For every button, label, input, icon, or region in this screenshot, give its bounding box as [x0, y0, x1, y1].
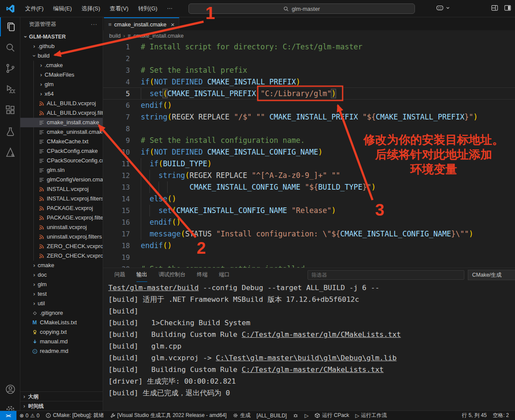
output-channel-dropdown[interactable]: CMake/生成: [468, 270, 515, 280]
cmake-status[interactable]: CMake: [Debug]: 就绪: [42, 411, 107, 420]
tree-item[interactable]: CMakeCache.txt: [20, 137, 103, 146]
testing-icon[interactable]: [0, 123, 20, 142]
close-icon[interactable]: ×: [171, 21, 175, 28]
tree-item[interactable]: INSTALL.vcxproj: [20, 184, 103, 194]
tree-item[interactable]: INSTALL.vcxproj.filters: [20, 194, 103, 204]
panel-tab[interactable]: 端口: [219, 268, 230, 282]
tree-item[interactable]: MCMakeLists.txt: [20, 318, 103, 327]
panel-tab[interactable]: 输出: [136, 268, 147, 282]
tree-item[interactable]: ›doc: [20, 270, 103, 280]
cmake-icon[interactable]: [0, 143, 20, 162]
timeline-section[interactable]: ›时间线: [20, 401, 103, 410]
code-line[interactable]: 7string(REGEX REPLACE "/$" "" CMAKE_INST…: [103, 111, 515, 123]
build-button[interactable]: 生成: [230, 411, 253, 420]
search-input[interactable]: glm-master: [188, 3, 415, 14]
tree-item[interactable]: ALL_BUILD.vcxproj.filters: [20, 108, 103, 118]
tree-item[interactable]: ›.github: [20, 42, 103, 51]
menu-item[interactable]: 文件(F): [21, 3, 48, 14]
account-icon[interactable]: [0, 380, 20, 399]
menu-item[interactable]: 查看(V): [106, 3, 132, 14]
panel-tab[interactable]: 问题: [114, 268, 125, 282]
code-line[interactable]: 14else(): [103, 193, 515, 205]
code-line[interactable]: 18endif(): [103, 240, 515, 252]
tree-item[interactable]: ›CMakeFiles: [20, 70, 103, 80]
code-line[interactable]: 10if(NOT DEFINED CMAKE_INSTALL_CONFIG_NA…: [103, 146, 515, 158]
tree-item[interactable]: copying.txt: [20, 327, 103, 337]
code-line[interactable]: 2: [103, 53, 515, 65]
code-line[interactable]: 19: [103, 252, 515, 263]
run-workflow-button[interactable]: ▷ 运行工作流: [352, 411, 390, 420]
explorer-icon[interactable]: [0, 17, 20, 36]
copilot-button[interactable]: [435, 3, 450, 12]
code-line[interactable]: 5set(CMAKE_INSTALL_PREFIX "C:/Library/gl…: [103, 88, 515, 100]
remote-indicator[interactable]: ><: [0, 411, 16, 420]
tree-item[interactable]: ZERO_CHECK.vcxproj: [20, 242, 103, 251]
problems-status[interactable]: ⊗0 ⚠0: [16, 411, 42, 420]
more-actions-icon[interactable]: ···: [91, 21, 98, 27]
tab-cmake-install[interactable]: ≡ cmake_install.cmake ×: [104, 17, 179, 30]
cursor-position[interactable]: 行 5, 列 45: [462, 412, 486, 419]
search-view-icon[interactable]: [0, 38, 20, 57]
launch-icon[interactable]: ▷: [301, 411, 311, 420]
output-link[interactable]: C:/Test/glm-master/glm/CMakeLists.txt: [242, 330, 401, 339]
tree-item[interactable]: ›.cmake: [20, 61, 103, 70]
output-link[interactable]: Test/glm-master/build: [108, 284, 199, 292]
code-line[interactable]: 8: [103, 123, 515, 135]
tree-item[interactable]: glmConfigVersion.cmake: [20, 175, 103, 184]
tree-item[interactable]: ›glm: [20, 280, 103, 289]
tree-item[interactable]: PACKAGE.vcxproj: [20, 204, 103, 213]
panel-tab[interactable]: 调试控制台: [159, 268, 186, 282]
tree-item[interactable]: glm.sln: [20, 165, 103, 175]
run-cpack-button[interactable]: 运行 CPack: [311, 411, 352, 420]
code-line[interactable]: 16endif(): [103, 216, 515, 228]
code-line[interactable]: 11if(BUILD_TYPE): [103, 158, 515, 170]
code-line[interactable]: 4if(NOT DEFINED CMAKE_INSTALL_PREFIX): [103, 76, 515, 88]
tree-item[interactable]: cmake_uninstall.cmake: [20, 127, 103, 137]
tree-item[interactable]: cmake_install.cmake: [20, 118, 103, 127]
code-line[interactable]: 13 CMAKE_INSTALL_CONFIG_NAME "${BUILD_TY…: [103, 181, 515, 193]
output-link[interactable]: C:\Test\glm-master\build\glm\Debug\glm.l…: [216, 354, 396, 362]
code-line[interactable]: 6endif(): [103, 100, 515, 111]
code-line[interactable]: 17message(STATUS "Install configuration:…: [103, 228, 515, 240]
tree-item[interactable]: ALL_BUILD.vcxproj: [20, 99, 103, 108]
source-control-icon[interactable]: [0, 59, 20, 78]
menu-item[interactable]: 转到(G): [134, 3, 162, 14]
build-target[interactable]: [ALL_BUILD]: [253, 411, 290, 420]
filter-input[interactable]: [308, 270, 464, 280]
customize-layout-icon[interactable]: [491, 4, 499, 12]
output-console[interactable]: Test/glm-master/build --config Debug --t…: [103, 282, 515, 411]
tree-item[interactable]: ›test: [20, 289, 103, 299]
code-editor[interactable]: 1# Install script for directory: C:/Test…: [103, 41, 515, 268]
code-line[interactable]: 3# Set the install prefix: [103, 65, 515, 76]
code-line[interactable]: 9# Set the install configuration name.: [103, 135, 515, 146]
menu-item[interactable]: ···: [163, 3, 176, 14]
cmake-kit[interactable]: [Visual Studio 生成工具 2022 Release - amd64…: [107, 411, 230, 420]
tree-item[interactable]: ›build: [20, 51, 103, 61]
outline-section[interactable]: ›大纲: [20, 391, 103, 401]
tree-item[interactable]: ›glm: [20, 80, 103, 89]
debug-target-icon[interactable]: [290, 411, 301, 420]
tree-item[interactable]: ›x64: [20, 89, 103, 99]
tree-item[interactable]: readme.md: [20, 346, 103, 356]
tree-item[interactable]: ›GLM-MASTER: [20, 32, 103, 42]
run-debug-icon[interactable]: [0, 80, 20, 99]
code-line[interactable]: 20# Set the component getting installed.: [103, 263, 515, 268]
tree-item[interactable]: uninstall.vcxproj: [20, 223, 103, 232]
tree-item[interactable]: ›cmake: [20, 261, 103, 270]
output-link[interactable]: C:/Test/glm-master/CMakeLists.txt: [242, 365, 384, 374]
tree-item[interactable]: manual.md: [20, 337, 103, 346]
tree-item[interactable]: CPackConfig.cmake: [20, 146, 103, 156]
indentation-setting[interactable]: 空格: 2: [493, 412, 509, 419]
code-line[interactable]: 1# Install script for directory: C:/Test…: [103, 41, 515, 53]
panel-tab[interactable]: 终端: [197, 268, 208, 282]
toggle-panel-icon[interactable]: [504, 4, 512, 12]
tree-item[interactable]: CPackSourceConfig.cma...: [20, 156, 103, 165]
menu-item[interactable]: 编辑(E): [49, 3, 76, 14]
code-line[interactable]: 15set(CMAKE_INSTALL_CONFIG_NAME "Release…: [103, 205, 515, 216]
tree-item[interactable]: ZERO_CHECK.vcxproj.filt...: [20, 251, 103, 261]
extensions-icon[interactable]: [0, 100, 20, 120]
tree-item[interactable]: ›util: [20, 299, 103, 308]
tree-item[interactable]: PACKAGE.vcxproj.filters: [20, 213, 103, 223]
code-line[interactable]: 12string(REGEX REPLACE "^[^A-Za-z0-9_]+"…: [103, 170, 515, 181]
tree-item[interactable]: uninstall.vcxproj.filters: [20, 232, 103, 242]
